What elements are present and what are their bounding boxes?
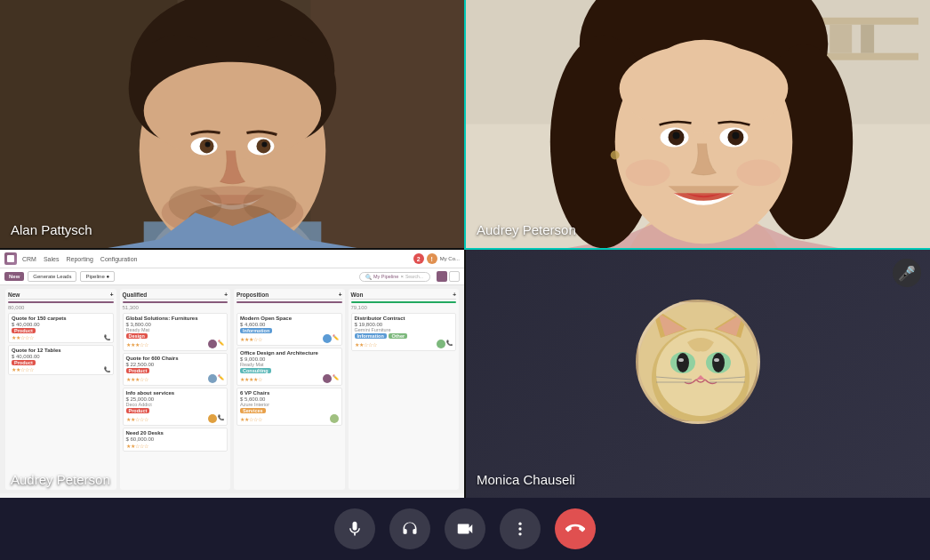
crm-col-new-header: New+ <box>8 292 114 300</box>
svg-point-9 <box>144 62 322 160</box>
svg-point-38 <box>732 132 739 139</box>
crm-col-qualified-header: Qualified+ <box>123 292 228 300</box>
audrey-top-name-label: Audrey Peterson <box>477 222 576 237</box>
svg-point-53 <box>678 358 684 362</box>
crm-col-won-amount: 79,100 <box>351 305 457 310</box>
crm-nav-bar: CRM Sales Reporting Configuration 2 ! My… <box>0 250 464 268</box>
monica-name-label: Monica Chauseli <box>477 472 575 487</box>
crm-col-won: Won+ 79,100 Distributor Contract $ 19,80… <box>349 289 460 490</box>
crm-card-desks[interactable]: Need 20 Desks $ 60,000.00 ★★☆☆☆ <box>123 428 228 452</box>
svg-point-62 <box>518 532 521 535</box>
crm-nav-config: Configuration <box>100 256 138 262</box>
alan-video-feed <box>0 0 464 248</box>
alan-name-label: Alan Pattysch <box>11 222 92 237</box>
crm-col-qualified: Qualified+ 51,300 Global Solutions: Furn… <box>120 289 231 490</box>
crm-card-global-solutions[interactable]: Global Solutions: Furnitures $ 3,800.00 … <box>123 313 228 351</box>
audrey-video-feed <box>466 0 930 248</box>
svg-rect-2 <box>310 0 464 248</box>
crm-card-services[interactable]: Info about services $ 25,000.00 Deco Add… <box>123 388 228 426</box>
svg-point-61 <box>518 527 521 530</box>
svg-point-60 <box>518 523 521 525</box>
crm-card-vp-chairs[interactable]: 6 VP Chairs $ 5,600.00 Azure Interior Se… <box>237 388 342 426</box>
crm-card-600-chairs[interactable]: Quote for 600 Chairs $ 22,500.00 Product… <box>123 353 228 386</box>
crm-col-proposition: Proposition+ Modern Open Space $ 4,600.0… <box>234 289 345 490</box>
video-cell-screen-share: CRM Sales Reporting Configuration 2 ! My… <box>0 250 464 498</box>
crm-card-carpets[interactable]: Quote for 150 carpets $ 40,000.00 Produc… <box>8 313 114 343</box>
crm-generate-leads-btn[interactable]: Generate Leads <box>28 271 76 282</box>
crm-card-tables[interactable]: Quote for 12 Tables $ 40,000.00 Product … <box>8 345 114 375</box>
video-grid: Alan Pattysch <box>0 0 930 498</box>
crm-card-office-design[interactable]: Office Design and Architecture $ 9,000.0… <box>237 348 342 386</box>
svg-point-51 <box>677 353 689 372</box>
more-options-button[interactable] <box>500 508 541 549</box>
monica-cat-avatar <box>636 300 760 424</box>
video-cell-audrey-top: Audrey Peterson <box>466 0 930 248</box>
crm-col-new: New+ 80,000 Quote for 150 carpets $ 40,0… <box>5 289 116 490</box>
crm-nav-reporting: Reporting <box>66 256 92 262</box>
svg-point-52 <box>712 353 725 372</box>
crm-nav-items: CRM Sales Reporting Configuration <box>22 256 137 262</box>
video-cell-alan: Alan Pattysch <box>0 0 464 248</box>
crm-kanban-board: New+ 80,000 Quote for 150 carpets $ 40,0… <box>0 285 464 493</box>
svg-point-54 <box>714 358 719 362</box>
svg-point-39 <box>611 150 620 159</box>
crm-card-open-space[interactable]: Modern Open Space $ 4,600.00 Information… <box>237 313 342 346</box>
headphones-button[interactable] <box>389 508 430 549</box>
crm-col-won-header: Won+ <box>351 292 457 300</box>
crm-col-proposition-header: Proposition+ <box>237 292 342 300</box>
crm-col-proposition-amount <box>237 305 342 310</box>
microphone-button[interactable] <box>334 508 375 549</box>
crm-pipeline-btn[interactable]: Pipeline ● <box>80 271 115 282</box>
mute-icon: 🎤 <box>893 259 921 287</box>
crm-col-new-amount: 80,000 <box>8 305 114 310</box>
svg-point-15 <box>261 141 267 147</box>
svg-rect-25 <box>830 25 852 53</box>
svg-point-41 <box>736 159 781 186</box>
crm-col-qualified-amount: 51,300 <box>123 305 228 310</box>
svg-point-37 <box>673 132 680 139</box>
crm-toolbar: New Generate Leads Pipeline ● 🔍 My Pipel… <box>0 268 464 285</box>
svg-rect-26 <box>861 25 874 53</box>
svg-point-40 <box>626 159 670 186</box>
app-container: Alan Pattysch <box>0 0 930 498</box>
crm-screen: CRM Sales Reporting Configuration 2 ! My… <box>0 250 464 498</box>
crm-card-distributor[interactable]: Distributor Contract $ 19,800.00 Gemini … <box>351 313 457 351</box>
crm-new-btn[interactable]: New <box>4 272 24 281</box>
crm-nav-crm: CRM <box>22 256 36 262</box>
control-bar <box>0 498 930 560</box>
crm-nav-sales: Sales <box>44 256 60 262</box>
svg-point-32 <box>620 44 789 133</box>
end-call-button[interactable] <box>555 508 596 549</box>
camera-button[interactable] <box>445 508 485 549</box>
svg-point-14 <box>205 141 211 147</box>
screen-share-name-label: Audrey Peterson <box>11 472 110 487</box>
video-cell-monica: 🎤 <box>466 250 930 498</box>
crm-search-box[interactable]: 🔍 My Pipeline × Search... <box>359 272 430 282</box>
